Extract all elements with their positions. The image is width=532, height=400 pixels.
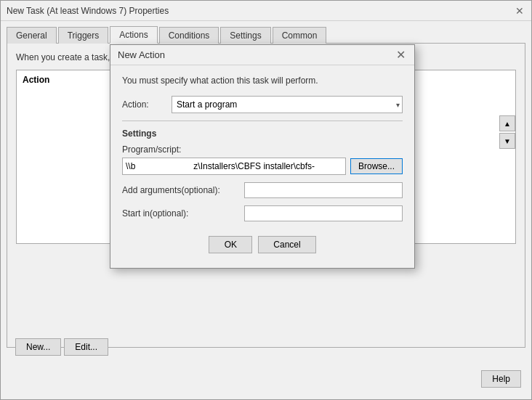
start-in-input[interactable] — [244, 205, 403, 221]
start-in-row: Start in(optional): — [122, 205, 403, 221]
dialog-description: You must specify what action this task w… — [122, 75, 403, 86]
tab-triggers[interactable]: Triggers — [58, 27, 109, 44]
window-title: New Task (At least Windows 7) Properties — [7, 6, 169, 16]
ok-button[interactable]: OK — [209, 236, 252, 253]
add-arguments-row: Add arguments(optional): — [122, 182, 403, 198]
main-close-button[interactable]: ✕ — [514, 5, 525, 17]
new-button[interactable]: New... — [15, 338, 61, 356]
main-bottom-buttons: New... Edit... — [15, 338, 108, 356]
scroll-buttons: ▲ ▼ — [499, 115, 515, 149]
dialog-close-button[interactable]: ✕ — [394, 49, 407, 62]
add-arguments-label: Add arguments(optional): — [122, 185, 238, 195]
help-button[interactable]: Help — [481, 370, 521, 388]
cancel-button[interactable]: Cancel — [258, 236, 315, 253]
scroll-up-button[interactable]: ▲ — [499, 115, 515, 131]
divider — [122, 121, 403, 121]
action-label: Action: — [122, 99, 166, 110]
action-select[interactable]: Start a program Send an e-mail (deprecat… — [172, 96, 403, 113]
browse-button[interactable]: Browse... — [350, 158, 403, 174]
tab-settings[interactable]: Settings — [220, 27, 270, 44]
add-arguments-input[interactable] — [244, 182, 403, 198]
settings-title: Settings — [122, 128, 403, 139]
main-window: New Task (At least Windows 7) Properties… — [0, 0, 532, 400]
start-in-label: Start in(optional): — [122, 208, 238, 219]
action-form-row: Action: Start a program Send an e-mail (… — [122, 96, 403, 113]
program-input-wrapper — [122, 158, 346, 175]
title-bar: New Task (At least Windows 7) Properties… — [1, 1, 531, 21]
dialog-title-bar: New Action ✕ — [110, 45, 414, 65]
program-script-input[interactable] — [123, 158, 345, 174]
scroll-down-button[interactable]: ▼ — [499, 133, 515, 149]
dialog-body: You must specify what action this task w… — [110, 65, 414, 268]
tab-actions[interactable]: Actions — [110, 26, 157, 44]
edit-button[interactable]: Edit... — [64, 338, 108, 356]
program-script-label: Program/script: — [122, 144, 403, 155]
tab-general[interactable]: General — [7, 27, 57, 44]
action-select-wrapper: Start a program Send an e-mail (deprecat… — [172, 96, 403, 113]
program-script-row: Browse... — [122, 158, 403, 175]
tab-common[interactable]: Common — [273, 27, 327, 44]
dialog-title: New Action — [118, 49, 165, 60]
tabs-row: General Triggers Actions Conditions Sett… — [1, 21, 531, 43]
new-action-dialog: New Action ✕ You must specify what actio… — [110, 44, 415, 269]
tab-conditions[interactable]: Conditions — [159, 27, 219, 44]
dialog-bottom-buttons: OK Cancel — [122, 236, 403, 258]
